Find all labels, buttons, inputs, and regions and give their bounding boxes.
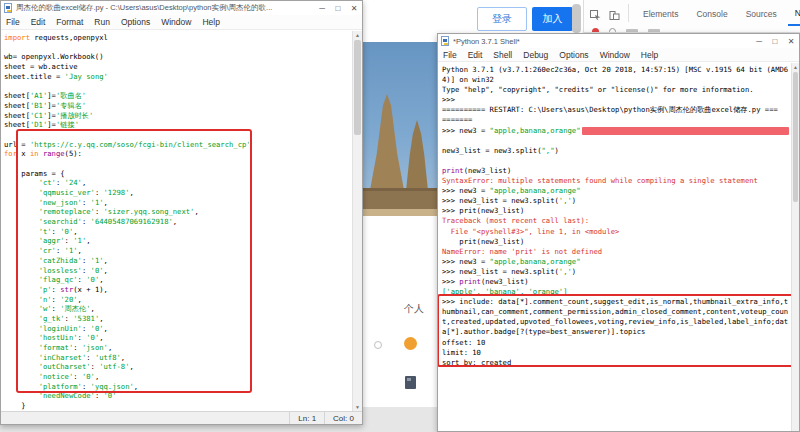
devtools-panel: ElementsConsoleSourcesNetworkPerform <box>583 0 800 33</box>
code-line: url = 'https://c.y.qq.com/soso/fcgi-bin/… <box>4 140 352 150</box>
close-icon[interactable]: ✕ <box>346 2 362 15</box>
menu-item-run[interactable]: Run <box>94 17 110 27</box>
code-line: >>> new3_list = new3.split(',') <box>442 267 791 277</box>
code-line <box>4 43 352 53</box>
code-line: sheet['C1']='播放时长' <box>4 111 352 121</box>
join-button[interactable]: 加入 <box>532 7 573 31</box>
device-toolbar-icon[interactable] <box>609 7 620 25</box>
code-line: sheet.title = 'Jay song' <box>4 72 352 82</box>
code-line: for x in range(5): <box>4 149 352 159</box>
profile-label: 个人 <box>404 302 424 316</box>
shell-scrollbar[interactable]: ▲ <box>791 63 799 431</box>
code-line: sheet['B1']='专辑名' <box>4 101 352 111</box>
code-line: prit(new3_list) <box>442 237 791 247</box>
temple-spire <box>370 94 404 190</box>
code-line: 'platform': 'yqq.json', <box>4 382 352 392</box>
scroll-down-icon[interactable]: ▼ <box>353 403 362 411</box>
code-line: 'aggr': '1', <box>4 236 352 246</box>
code-line: wb= openpyxl.Workbook() <box>4 52 352 62</box>
code-line: >>> print(new3_list) <box>442 277 791 287</box>
code-line: 'g_tk': '5381', <box>4 314 352 324</box>
shell-titlebar[interactable]: *Python 3.7.1 Shell* ─ □ ✕ <box>438 34 799 48</box>
code-line: Python 3.7.1 (v3.7.1:260ec2c36a, Oct 20 … <box>442 65 791 75</box>
editor-scrollbar[interactable]: ▲ ▼ <box>352 31 362 411</box>
code-line: 'catZhida': '1', <box>4 256 352 266</box>
code-line: SyntaxError: multiple statements found w… <box>442 176 791 186</box>
inspect-icon[interactable] <box>590 7 601 25</box>
shell-scroll-thumb[interactable] <box>793 72 798 202</box>
code-line: humbnail,can_comment,comment_permission,… <box>442 307 791 317</box>
tab-network[interactable]: Network <box>788 1 800 26</box>
menu-item-file[interactable]: File <box>6 17 20 27</box>
code-line: File "<pyshell#3>", line 1, in <module> <box>442 227 791 237</box>
code-line: 'needNewCode': '0' <box>4 391 352 401</box>
menu-item-format[interactable]: Format <box>56 17 83 27</box>
code-line <box>4 159 352 169</box>
code-line: 'format': 'json', <box>4 343 352 353</box>
menu-item-edit[interactable]: Edit <box>468 50 483 60</box>
shell-output-area[interactable]: Python 3.7.1 (v3.7.1:260ec2c36a, Oct 20 … <box>438 63 791 431</box>
red-highlight-bar <box>582 127 789 136</box>
code-line: 'loginUin': '0', <box>4 324 352 334</box>
code-line: >>> new3 = "apple,banana,orange" <box>442 257 791 267</box>
code-line: 'inCharset': 'utf8', <box>4 353 352 363</box>
menu-item-help[interactable]: Help <box>641 50 658 60</box>
devtools-tabs: ElementsConsoleSourcesNetworkPerform <box>636 0 800 27</box>
code-line: 't': '0', <box>4 227 352 237</box>
shell-title: *Python 3.7.1 Shell* <box>453 37 747 46</box>
maximize-icon[interactable]: □ <box>330 2 346 15</box>
maximize-icon[interactable]: □ <box>767 35 783 48</box>
scroll-up-icon[interactable]: ▲ <box>353 31 362 39</box>
code-line <box>442 136 791 146</box>
code-line: 'ct': '24', <box>4 178 352 188</box>
editor-titlebar[interactable]: 周杰伦的歌曲excel储存.py - C:\Users\asus\Desktop… <box>1 1 362 15</box>
page-scrollbar[interactable] <box>572 4 581 33</box>
code-line: print(new3_list) <box>442 166 791 176</box>
tab-sources[interactable]: Sources <box>739 2 784 25</box>
code-line: sheet = wb.active <box>4 62 352 72</box>
menu-item-options[interactable]: Options <box>559 50 588 60</box>
code-line <box>4 81 352 91</box>
python-shell-icon <box>441 36 449 46</box>
tab-elements[interactable]: Elements <box>636 2 685 25</box>
code-line: 'new_json': '1', <box>4 198 352 208</box>
menu-item-debug[interactable]: Debug <box>523 50 548 60</box>
menu-item-file[interactable]: File <box>443 50 457 60</box>
code-line: 'w': '周杰伦', <box>4 304 352 314</box>
code-line: 'remoteplace': 'sizer.yqq.song_next', <box>4 207 352 217</box>
login-button[interactable]: 登录 <box>477 7 527 31</box>
code-line: } <box>4 401 352 411</box>
menu-item-help[interactable]: Help <box>202 17 219 27</box>
minimize-icon[interactable]: ─ <box>314 2 330 15</box>
minimize-icon[interactable]: ─ <box>751 35 767 48</box>
code-line: ======= <box>442 115 791 125</box>
code-line: Traceback (most recent call last): <box>442 216 791 226</box>
code-line: t,created,updated,upvoted_followees,voti… <box>442 317 791 327</box>
editor-code-area[interactable]: import requests,openpyxl wb= openpyxl.Wo… <box>1 31 352 411</box>
menu-item-options[interactable]: Options <box>121 17 150 27</box>
tab-console[interactable]: Console <box>689 2 734 25</box>
code-line: offset: 10 <box>442 338 791 348</box>
scroll-up-icon[interactable]: ▲ <box>792 63 799 71</box>
code-line: >>> new3 = "apple,banana,orange" <box>442 186 791 196</box>
code-line: Type "help", "copyright", "credits" or "… <box>442 85 791 95</box>
bookmark-icon[interactable] <box>405 376 416 389</box>
editor-window: 周杰伦的歌曲excel储存.py - C:\Users\asus\Desktop… <box>0 0 363 425</box>
menu-item-shell[interactable]: Shell <box>493 50 512 60</box>
orange-badge-icon <box>404 337 417 350</box>
temple-spire-small <box>404 120 430 190</box>
shell-window: *Python 3.7.1 Shell* ─ □ ✕ FileEditShell… <box>437 33 800 432</box>
editor-scroll-thumb[interactable] <box>354 40 361 135</box>
menu-item-window[interactable]: Window <box>600 50 630 60</box>
code-line: NameError: name 'prit' is not defined <box>442 247 791 257</box>
menu-item-edit[interactable]: Edit <box>31 17 46 27</box>
code-line: 'p': str(x + 1), <box>4 285 352 295</box>
code-line: 'n': '20', <box>4 295 352 305</box>
editor-title: 周杰伦的歌曲excel储存.py - C:\Users\asus\Desktop… <box>16 3 310 13</box>
code-line <box>4 130 352 140</box>
code-line: 'searchid': '64405487069162918', <box>4 217 352 227</box>
close-icon[interactable]: ✕ <box>783 35 799 48</box>
code-line: limit: 10 <box>442 348 791 358</box>
status-col: Col: 0 <box>324 412 362 424</box>
menu-item-window[interactable]: Window <box>161 17 191 27</box>
